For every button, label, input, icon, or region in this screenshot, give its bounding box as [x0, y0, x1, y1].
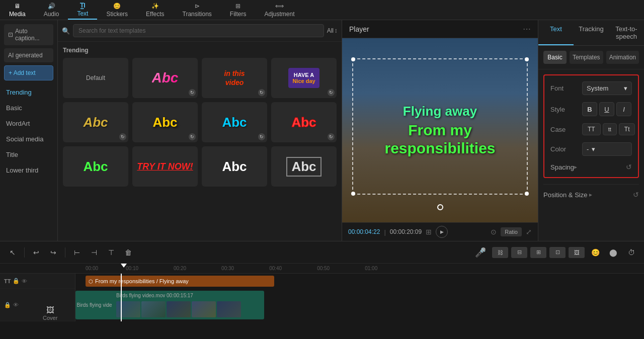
tab-text-to-speech[interactable]: Text-to-speech: [609, 20, 644, 45]
toolbar: ↖ ↩ ↪ ⊢ ⊣ ⊤ 🗑 🎤 ⛓ ⊟ ⊞ ⊡ 🖼 😊 ⬤ ⏱: [0, 241, 644, 264]
nav-item-stickers[interactable]: 😊 Stickers: [97, 0, 137, 20]
position-reset-icon[interactable]: ↺: [633, 191, 639, 199]
corner-handle-br[interactable]: [525, 192, 529, 196]
link-tool[interactable]: ⛓: [492, 247, 508, 258]
bold-button[interactable]: B: [582, 102, 597, 116]
nav-item-transitions[interactable]: ⊳ Transitions: [174, 0, 221, 20]
split-tool1[interactable]: ⊢: [69, 245, 85, 260]
auto-caption-button[interactable]: ⊡ Auto caption...: [4, 24, 53, 45]
timeline: 00:00 00:10 00:20 00:30 00:40 00:50 01:0…: [0, 264, 644, 339]
tab-tracking[interactable]: Tracking: [574, 20, 609, 45]
all-filter-button[interactable]: All ⫶: [327, 27, 338, 34]
template-card-abc-yellow[interactable]: Abc ↻: [132, 102, 198, 142]
sidebar-item-basic[interactable]: Basic: [0, 100, 57, 116]
search-bar: 🔍 All ⫶: [58, 20, 342, 42]
select-tool[interactable]: ↖: [5, 245, 20, 260]
add-text-button[interactable]: + Add text: [4, 65, 53, 80]
position-chevron: ▸: [589, 191, 592, 198]
sidebar-item-title[interactable]: Title: [0, 147, 57, 162]
chevron-down-icon: ▾: [624, 84, 627, 92]
template-card-have-day[interactable]: HAVE A Nice day ↻: [271, 58, 337, 98]
nav-item-audio[interactable]: 🔊 Audio: [35, 0, 68, 20]
ruler-mark-4: 00:40: [252, 266, 299, 271]
corner-handle-tl[interactable]: [351, 57, 355, 61]
cover-icon[interactable]: 🖼: [46, 306, 54, 315]
ruler-mark-5: 00:50: [299, 266, 347, 271]
nav-item-filters[interactable]: ⊞ Filters: [221, 0, 256, 20]
corner-handle-bl[interactable]: [351, 192, 355, 196]
lowercase-button[interactable]: tt: [603, 123, 617, 135]
template-card-abc-red-outline[interactable]: Abc ↻: [271, 102, 337, 142]
unlink-tool[interactable]: ⊟: [511, 247, 527, 258]
sidebar-item-wordart[interactable]: WordArt: [0, 116, 57, 131]
playhead-line: [121, 274, 122, 321]
bullet-tool[interactable]: ⬤: [606, 245, 621, 260]
nav-item-adjustment[interactable]: ⟺ Adjustment: [255, 0, 303, 20]
capitalize-button[interactable]: Tt: [619, 123, 635, 135]
spacing-reset-icon[interactable]: ↺: [626, 163, 632, 171]
clip-tool[interactable]: ⊡: [549, 247, 566, 258]
video-clip-label[interactable]: Birds flying vide: [75, 291, 113, 319]
video-clip-main[interactable]: Birds flying video.mov 00:00:15:17: [113, 291, 264, 319]
default-label: Default: [86, 74, 105, 81]
sidebar-item-trending[interactable]: Trending: [0, 84, 57, 100]
eye-icon1: 👁: [22, 278, 27, 284]
template-card-abc-cyan[interactable]: Abc ↻: [202, 102, 267, 142]
style-buttons: B U I: [582, 102, 631, 116]
microphone-button[interactable]: 🎤: [475, 247, 486, 258]
corner-handle-tr[interactable]: [525, 57, 529, 61]
sub-tab-basic[interactable]: Basic: [543, 51, 567, 64]
template-card-abc-red-italic[interactable]: TRY IT NOW!: [132, 146, 198, 187]
nav-item-text[interactable]: T̲I Text: [68, 0, 97, 20]
sidebar-item-social-media[interactable]: Social media: [0, 131, 57, 147]
undo-button[interactable]: ↩: [29, 245, 44, 260]
grid-icon[interactable]: ⊞: [426, 228, 432, 236]
underline-button[interactable]: U: [599, 102, 614, 116]
time-total: 00:00:20:09: [390, 228, 422, 235]
text-clip[interactable]: ⬡ From my responsibilities / Flying away: [86, 276, 274, 287]
italic-button[interactable]: I: [616, 102, 631, 116]
template-card-red-italic[interactable]: in thisvideo ↻: [202, 58, 267, 98]
sub-tab-templates[interactable]: Templates: [570, 51, 603, 64]
sub-tab-animation[interactable]: Animation: [606, 51, 639, 64]
tab-text[interactable]: Text: [538, 20, 574, 45]
transitions-icon: ⊳: [195, 3, 200, 10]
nav-item-media[interactable]: 🖥 Media: [0, 0, 35, 20]
text-icon: T̲I: [80, 2, 85, 9]
split-tool2[interactable]: ⊣: [87, 245, 102, 260]
menu-icon[interactable]: ⋯: [523, 24, 531, 34]
sidebar-item-lower-third[interactable]: Lower third: [0, 162, 57, 178]
search-input[interactable]: [73, 24, 324, 37]
abc-green-label: Abc: [83, 159, 108, 175]
redo-button[interactable]: ↪: [46, 245, 61, 260]
ai-generated-button[interactable]: AI generated: [4, 48, 53, 62]
detach-tool[interactable]: ⊞: [530, 247, 546, 258]
template-card-abc-gold[interactable]: Abc ↻: [63, 102, 128, 142]
play-button[interactable]: ▶: [436, 226, 448, 238]
timer-tool[interactable]: ⏱: [624, 245, 639, 260]
template-card-default[interactable]: Default: [63, 58, 128, 98]
color-select[interactable]: - ▾: [582, 142, 632, 156]
fullscreen-icon[interactable]: ⤢: [526, 228, 532, 236]
media-icon: 🖥: [14, 3, 20, 10]
nav-item-effects[interactable]: ✨ Effects: [137, 0, 173, 20]
template-card-abc-green[interactable]: Abc: [63, 146, 128, 187]
case-buttons: TT tt Tt: [582, 123, 635, 135]
split-tool3[interactable]: ⊤: [104, 245, 119, 260]
template-card-abc-dark[interactable]: Abc: [202, 146, 267, 187]
uppercase-button[interactable]: TT: [582, 123, 601, 135]
ratio-button[interactable]: Ratio: [501, 227, 522, 236]
emoji-tool[interactable]: 😊: [588, 245, 603, 260]
player-controls: 00:00:04:22 | 00:00:20:09 ⊞ ▶ ⊙ Ratio ⤢: [342, 222, 538, 241]
nice-day-text: Nice day: [292, 78, 315, 84]
image-tool[interactable]: 🖼: [569, 247, 585, 258]
toolbar-divider1: [24, 247, 25, 258]
delete-tool[interactable]: 🗑: [121, 245, 136, 260]
font-select[interactable]: System ▾: [582, 81, 632, 95]
record-icon[interactable]: ⊙: [491, 228, 497, 236]
center-rotate-handle[interactable]: [437, 204, 443, 210]
thumb3: [167, 301, 191, 317]
text-track: ⬡ From my responsibilities / Flying away: [75, 274, 644, 289]
template-card-abc-pink[interactable]: Abc ↻: [132, 58, 198, 98]
template-card-abc-white[interactable]: Abc: [271, 146, 337, 187]
